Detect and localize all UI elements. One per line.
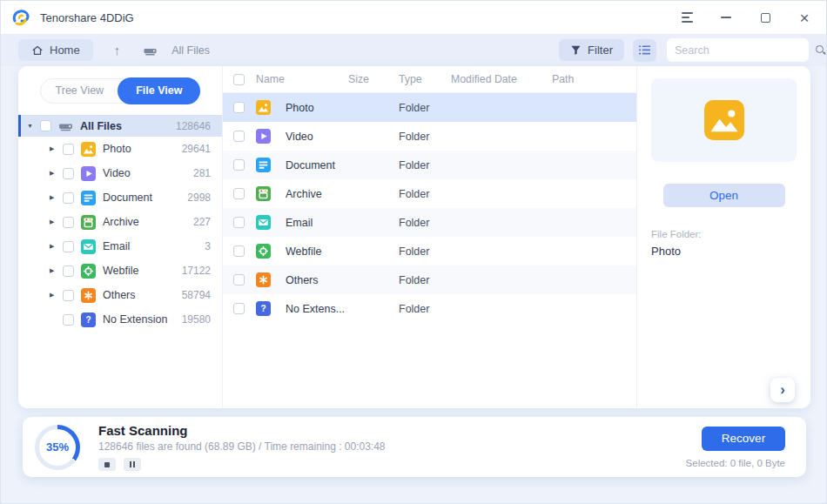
checkbox[interactable] xyxy=(63,290,74,301)
select-all-checkbox[interactable] xyxy=(233,74,245,85)
row-name: Archive xyxy=(286,188,322,200)
col-size[interactable]: Size xyxy=(348,73,399,85)
table-row-others[interactable]: OthersFolder xyxy=(223,265,636,294)
checkbox[interactable] xyxy=(63,192,74,204)
expand-arrow-icon[interactable]: ▶ xyxy=(50,145,63,152)
tree-item-label: Webfile xyxy=(103,265,138,277)
email-icon xyxy=(256,215,271,230)
noext-icon: ? xyxy=(81,312,96,327)
tree-item-email[interactable]: ▶Email3 xyxy=(18,234,222,259)
checkbox[interactable] xyxy=(233,102,245,113)
webfile-icon xyxy=(256,244,271,259)
tree-item-all-files[interactable]: ▼All Files128646 xyxy=(18,115,222,137)
maximize-icon[interactable] xyxy=(757,10,773,25)
table-row-archive[interactable]: ArchiveFolder xyxy=(223,179,636,208)
checkbox[interactable] xyxy=(233,188,245,199)
noext-icon: ? xyxy=(256,301,271,316)
col-type[interactable]: Type xyxy=(399,73,451,85)
toolbar: Home ↑ All Files Filter xyxy=(1,34,826,66)
tree-item-no-extension[interactable]: ?No Extension19580 xyxy=(18,307,222,332)
window-controls: × xyxy=(679,10,812,25)
expand-arrow-icon[interactable]: ▶ xyxy=(50,170,63,177)
checkbox[interactable] xyxy=(63,314,74,326)
expand-arrow-icon[interactable]: ▶ xyxy=(50,194,63,201)
recover-button[interactable]: Recover xyxy=(702,427,785,451)
checkbox[interactable] xyxy=(233,303,245,314)
document-icon xyxy=(256,158,271,172)
stop-button[interactable] xyxy=(98,458,116,471)
sidebar: Tree View File View ▼All Files128646▶Pho… xyxy=(18,66,223,408)
status-bar: 35% Fast Scanning 128646 files are found… xyxy=(23,417,806,477)
checkbox[interactable] xyxy=(40,120,51,131)
table-row-video[interactable]: VideoFolder xyxy=(223,122,636,151)
tree-item-count: 58794 xyxy=(182,289,222,301)
tree-item-others[interactable]: ▶Others58794 xyxy=(18,283,222,307)
expand-arrow-icon[interactable]: ▶ xyxy=(50,292,63,299)
expand-arrow-icon[interactable]: ▼ xyxy=(27,123,40,129)
scan-controls xyxy=(98,458,386,471)
table-body: PhotoFolderVideoFolderDocumentFolderArch… xyxy=(223,93,636,323)
breadcrumb[interactable]: All Files xyxy=(143,44,210,57)
list-view-button[interactable] xyxy=(633,39,656,62)
document-icon xyxy=(81,191,96,205)
checkbox[interactable] xyxy=(63,144,74,155)
expand-arrow-icon[interactable]: ▶ xyxy=(50,267,63,274)
checkbox[interactable] xyxy=(233,274,245,286)
app-logo-icon xyxy=(11,7,32,28)
tree-item-count: 2998 xyxy=(187,192,222,204)
col-path[interactable]: Path xyxy=(552,73,636,85)
collapse-panel-button[interactable]: › xyxy=(770,378,795,402)
table-row-document[interactable]: DocumentFolder xyxy=(223,151,636,179)
filter-label: Filter xyxy=(588,44,613,57)
row-name: Webfile xyxy=(286,245,321,258)
checkbox[interactable] xyxy=(233,131,245,142)
row-type: Folder xyxy=(399,245,451,258)
tree-item-count: 281 xyxy=(193,167,222,179)
checkbox[interactable] xyxy=(233,217,245,228)
checkbox[interactable] xyxy=(63,265,74,277)
row-type: Folder xyxy=(399,188,451,200)
col-name[interactable]: Name xyxy=(256,73,348,85)
selected-summary: Selected: 0 file, 0 Byte xyxy=(686,458,785,468)
close-icon[interactable]: × xyxy=(797,10,812,25)
row-type: Folder xyxy=(399,303,451,315)
tree-item-webfile[interactable]: ▶Webfile17122 xyxy=(18,259,222,283)
row-type: Folder xyxy=(399,159,451,171)
tree-item-label: Document xyxy=(103,192,152,204)
row-type: Folder xyxy=(399,274,451,286)
tree-item-label: Archive xyxy=(103,216,139,228)
email-icon xyxy=(81,239,96,254)
pause-button[interactable] xyxy=(124,458,141,471)
expand-arrow-icon[interactable]: ▶ xyxy=(50,218,63,225)
recover-area: Recover Selected: 0 file, 0 Byte xyxy=(686,427,785,468)
checkbox[interactable] xyxy=(63,217,74,228)
expand-arrow-icon[interactable]: ▶ xyxy=(50,243,63,250)
checkbox[interactable] xyxy=(63,168,74,179)
home-button[interactable]: Home xyxy=(18,39,93,61)
tab-tree-view[interactable]: Tree View xyxy=(41,79,119,103)
table-row-email[interactable]: EmailFolder xyxy=(223,208,636,237)
tree-item-label: Video xyxy=(103,167,131,179)
tree-item-count: 3 xyxy=(205,240,222,252)
table-row-no-extens[interactable]: ?No Extens...Folder xyxy=(223,294,636,323)
table-row-photo[interactable]: PhotoFolder xyxy=(223,93,636,122)
filter-button[interactable]: Filter xyxy=(559,39,624,61)
menu-icon[interactable] xyxy=(679,10,695,25)
tree-item-document[interactable]: ▶Document2998 xyxy=(18,185,222,210)
file-meta-value: Photo xyxy=(651,245,797,258)
tree-item-count: 17122 xyxy=(182,265,222,277)
checkbox[interactable] xyxy=(233,159,245,171)
checkbox[interactable] xyxy=(233,245,245,257)
col-modified[interactable]: Modified Date xyxy=(451,73,552,85)
table-row-webfile[interactable]: WebfileFolder xyxy=(223,237,636,265)
drive-icon xyxy=(143,44,158,57)
tree-item-archive[interactable]: ▶Archive227 xyxy=(18,210,222,234)
up-arrow-icon[interactable]: ↑ xyxy=(114,43,121,57)
tab-file-view[interactable]: File View xyxy=(118,77,200,104)
open-button[interactable]: Open xyxy=(663,184,785,207)
search-input[interactable] xyxy=(675,44,815,57)
checkbox[interactable] xyxy=(63,241,74,252)
minimize-icon[interactable] xyxy=(718,10,734,25)
tree-item-video[interactable]: ▶Video281 xyxy=(18,161,222,185)
tree-item-photo[interactable]: ▶Photo29641 xyxy=(18,137,222,161)
